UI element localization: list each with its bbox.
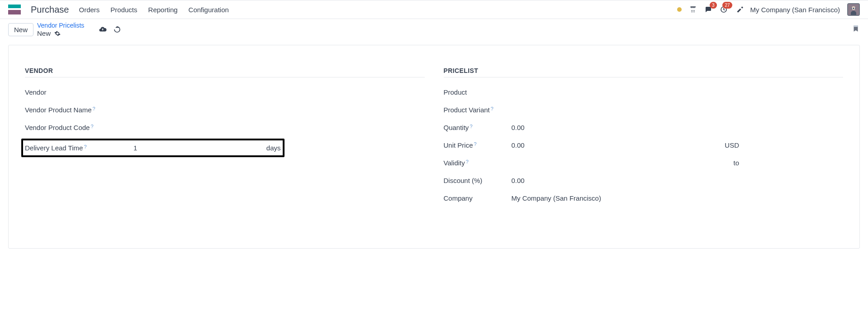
svg-point-10 bbox=[852, 8, 853, 9]
app-title[interactable]: Purchase bbox=[31, 5, 69, 15]
unit-price-row: Unit Price ? 0.00 USD bbox=[444, 141, 844, 149]
validity-to-label: to bbox=[733, 159, 843, 167]
discard-icon[interactable] bbox=[113, 25, 121, 34]
topbar-left: Purchase Orders Products Reporting Confi… bbox=[8, 5, 229, 15]
svg-rect-0 bbox=[691, 10, 692, 11]
product-variant-row: Product Variant ? bbox=[444, 106, 844, 114]
app-logo[interactable] bbox=[8, 5, 21, 14]
activities-button[interactable]: 27 bbox=[720, 5, 728, 14]
quantity-input[interactable]: 0.00 bbox=[512, 124, 602, 131]
quantity-label: Quantity bbox=[444, 124, 469, 131]
pricelist-section-title: PRICELIST bbox=[444, 67, 844, 77]
main-menu: Orders Products Reporting Configuration bbox=[79, 6, 229, 14]
action-bar-right bbox=[852, 24, 860, 34]
pricelist-section: PRICELIST Product Product Variant ? Quan… bbox=[444, 67, 844, 212]
vendor-product-name-row: Vendor Product Name ? bbox=[25, 106, 425, 114]
help-icon[interactable]: ? bbox=[84, 144, 86, 149]
vendor-product-code-label: Vendor Product Code bbox=[25, 124, 90, 131]
discount-row: Discount (%) 0.00 bbox=[444, 177, 844, 184]
vendor-section-title: VENDOR bbox=[25, 67, 425, 77]
status-dot-icon[interactable] bbox=[677, 7, 682, 12]
vendor-section: VENDOR Vendor Vendor Product Name ? Vend… bbox=[25, 67, 425, 212]
svg-rect-3 bbox=[691, 12, 692, 13]
svg-rect-5 bbox=[694, 12, 695, 13]
user-avatar[interactable] bbox=[847, 3, 860, 16]
vendor-product-name-label: Vendor Product Name bbox=[25, 106, 92, 114]
unit-price-currency[interactable]: USD bbox=[725, 141, 843, 149]
menu-orders[interactable]: Orders bbox=[79, 6, 100, 14]
topbar-right: 3 27 My Company (San Francisco) bbox=[677, 3, 860, 16]
company-input[interactable]: My Company (San Francisco) bbox=[512, 194, 601, 202]
bookmark-icon[interactable] bbox=[852, 24, 860, 34]
gear-icon[interactable] bbox=[54, 30, 61, 37]
cloud-save-icon[interactable] bbox=[99, 25, 107, 34]
svg-rect-4 bbox=[693, 12, 693, 13]
svg-rect-1 bbox=[693, 10, 693, 11]
quantity-row: Quantity ? 0.00 bbox=[444, 124, 844, 131]
product-variant-label: Product Variant bbox=[444, 106, 490, 114]
breadcrumb: Vendor Pricelists New bbox=[37, 22, 84, 38]
vendor-label: Vendor bbox=[25, 88, 111, 96]
company-row: Company My Company (San Francisco) bbox=[444, 194, 844, 202]
vendor-field-row: Vendor bbox=[25, 88, 425, 96]
help-icon[interactable]: ? bbox=[474, 141, 477, 147]
breadcrumb-parent-link[interactable]: Vendor Pricelists bbox=[37, 22, 84, 29]
svg-rect-2 bbox=[694, 10, 695, 11]
company-selector[interactable]: My Company (San Francisco) bbox=[750, 6, 840, 14]
action-bar-left: New Vendor Pricelists New bbox=[8, 22, 121, 38]
help-icon[interactable]: ? bbox=[470, 124, 472, 129]
product-row: Product bbox=[444, 88, 844, 96]
company-label: Company bbox=[444, 194, 512, 202]
validity-label: Validity bbox=[444, 159, 465, 167]
unit-price-input[interactable]: 0.00 bbox=[512, 141, 602, 149]
action-bar: New Vendor Pricelists New bbox=[0, 19, 868, 42]
help-icon[interactable]: ? bbox=[466, 159, 469, 164]
delivery-lead-time-highlight: Delivery Lead Time ? 1 days bbox=[21, 139, 285, 157]
new-button[interactable]: New bbox=[8, 23, 33, 36]
tools-icon[interactable] bbox=[735, 5, 743, 14]
activities-badge: 27 bbox=[722, 2, 732, 9]
form-sheet: VENDOR Vendor Vendor Product Name ? Vend… bbox=[8, 45, 860, 249]
menu-products[interactable]: Products bbox=[110, 6, 137, 14]
vendor-product-code-row: Vendor Product Code ? bbox=[25, 124, 425, 131]
delivery-lead-time-row: Delivery Lead Time ? 1 days bbox=[25, 144, 281, 152]
discount-input[interactable]: 0.00 bbox=[512, 177, 602, 184]
menu-reporting[interactable]: Reporting bbox=[148, 6, 178, 14]
delivery-lead-time-input[interactable]: 1 bbox=[133, 144, 165, 152]
svg-point-11 bbox=[854, 8, 855, 9]
unsaved-indicators bbox=[99, 25, 121, 34]
menu-configuration[interactable]: Configuration bbox=[189, 6, 229, 14]
unit-price-label: Unit Price bbox=[444, 141, 473, 149]
delivery-lead-time-unit: days bbox=[266, 144, 281, 152]
messages-badge: 3 bbox=[710, 2, 717, 9]
breadcrumb-current: New bbox=[37, 29, 84, 38]
help-icon[interactable]: ? bbox=[90, 124, 93, 129]
delivery-lead-time-label: Delivery Lead Time bbox=[25, 144, 83, 152]
help-icon[interactable]: ? bbox=[491, 106, 493, 111]
messages-button[interactable]: 3 bbox=[704, 5, 712, 14]
help-icon[interactable]: ? bbox=[93, 106, 95, 111]
discount-label: Discount (%) bbox=[444, 177, 512, 184]
phone-icon[interactable] bbox=[689, 5, 697, 14]
topbar: Purchase Orders Products Reporting Confi… bbox=[0, 0, 868, 19]
validity-row: Validity ? to bbox=[444, 159, 844, 167]
product-label: Product bbox=[444, 88, 512, 96]
breadcrumb-current-label: New bbox=[37, 29, 51, 38]
